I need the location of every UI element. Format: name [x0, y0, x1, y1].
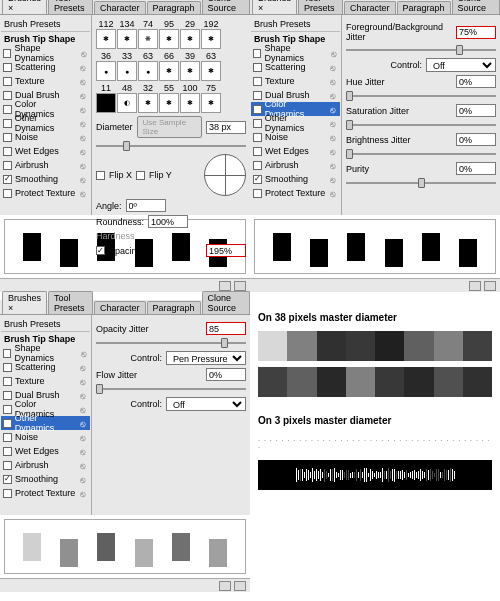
- checkbox[interactable]: [3, 461, 12, 470]
- sidebar-item-other-dynamics[interactable]: Other Dynamics⎋: [1, 116, 90, 130]
- brush-swatch[interactable]: ✱: [159, 29, 179, 49]
- checkbox[interactable]: [3, 133, 12, 142]
- checkbox[interactable]: [3, 391, 12, 400]
- checkbox[interactable]: [3, 405, 12, 414]
- checkbox[interactable]: [3, 363, 12, 372]
- checkbox[interactable]: [253, 189, 262, 198]
- brush-swatch[interactable]: ✱: [201, 29, 221, 49]
- brush-swatch[interactable]: ✱: [159, 61, 179, 81]
- tab-tool-presets[interactable]: Tool Presets: [298, 0, 343, 14]
- checkbox[interactable]: [3, 77, 12, 86]
- opacity-slider[interactable]: [96, 338, 246, 348]
- tab-paragraph[interactable]: Paragraph: [147, 301, 201, 314]
- sidebar-item-other-dynamics[interactable]: Other Dynamics⎋: [1, 416, 90, 430]
- flow-slider[interactable]: [96, 384, 246, 394]
- sidebar-item-protect-texture[interactable]: Protect Texture⎋: [1, 486, 90, 500]
- sidebar-item-wet-edges[interactable]: Wet Edges⎋: [251, 144, 340, 158]
- flipy-checkbox[interactable]: [136, 171, 145, 180]
- pur-slider[interactable]: [346, 178, 496, 188]
- sidebar-item-airbrush[interactable]: Airbrush⎋: [1, 158, 90, 172]
- checkbox[interactable]: [253, 105, 262, 114]
- checkbox[interactable]: [3, 489, 12, 498]
- checkbox[interactable]: [3, 419, 12, 428]
- checkbox[interactable]: ✓: [253, 175, 262, 184]
- brush-swatch[interactable]: ✱: [180, 61, 200, 81]
- sidebar-item-wet-edges[interactable]: Wet Edges⎋: [1, 444, 90, 458]
- tab-clone-source[interactable]: Clone Source: [452, 0, 500, 14]
- trash-icon[interactable]: [234, 281, 246, 291]
- bri-input[interactable]: [456, 133, 496, 146]
- sidebar-item-texture[interactable]: Texture⎋: [1, 74, 90, 88]
- control2-select[interactable]: Off: [166, 397, 246, 411]
- swatches-2[interactable]: ●●●✱✱✱: [96, 61, 246, 81]
- diameter-input[interactable]: [206, 121, 246, 134]
- spacing-checkbox[interactable]: ✓: [96, 246, 105, 255]
- brush-swatch[interactable]: ✱: [96, 29, 116, 49]
- checkbox[interactable]: [3, 377, 12, 386]
- tab-clone-source[interactable]: Clone Source: [202, 291, 250, 314]
- checkbox[interactable]: [253, 77, 262, 86]
- control1-select[interactable]: Pen Pressure: [166, 351, 246, 365]
- checkbox[interactable]: ✓: [3, 175, 12, 184]
- fgbg-slider[interactable]: [346, 45, 496, 55]
- new-icon[interactable]: [219, 281, 231, 291]
- checkbox[interactable]: [3, 119, 12, 128]
- checkbox[interactable]: [3, 49, 11, 58]
- checkbox[interactable]: [3, 63, 12, 72]
- checkbox[interactable]: [253, 133, 262, 142]
- tab-brushes[interactable]: Brushes ×: [2, 0, 47, 14]
- tab-clone-source[interactable]: Clone Source: [202, 0, 250, 14]
- tab-tool-presets[interactable]: Tool Presets: [48, 0, 93, 14]
- sidebar-item-smoothing[interactable]: ✓Smoothing⎋: [251, 172, 340, 186]
- flow-input[interactable]: [206, 368, 246, 381]
- brush-swatch[interactable]: ●: [117, 61, 137, 81]
- hue-slider[interactable]: [346, 91, 496, 101]
- checkbox[interactable]: [253, 119, 262, 128]
- brush-swatch[interactable]: ❋: [138, 29, 158, 49]
- checkbox[interactable]: [3, 147, 12, 156]
- tab-brushes[interactable]: Brushes ×: [2, 291, 47, 314]
- checkbox[interactable]: [3, 105, 12, 114]
- diameter-slider[interactable]: [96, 141, 246, 151]
- brush-swatch[interactable]: ✱: [159, 93, 179, 113]
- brush-presets-header[interactable]: Brush Presets: [1, 17, 90, 32]
- sidebar-item-airbrush[interactable]: Airbrush⎋: [1, 458, 90, 472]
- angle-input[interactable]: [126, 199, 166, 212]
- brush-swatch[interactable]: ●: [96, 61, 116, 81]
- checkbox[interactable]: [3, 349, 11, 358]
- checkbox[interactable]: [253, 49, 261, 58]
- hue-input[interactable]: [456, 75, 496, 88]
- tab-paragraph[interactable]: Paragraph: [397, 1, 451, 14]
- brush-swatch[interactable]: ◐: [117, 93, 137, 113]
- checkbox[interactable]: [3, 189, 12, 198]
- brush-swatch[interactable]: ✱: [138, 93, 158, 113]
- tab-brushes[interactable]: Brushes ×: [252, 0, 297, 14]
- checkbox[interactable]: [253, 63, 262, 72]
- checkbox[interactable]: [253, 147, 262, 156]
- tab-tool-presets[interactable]: Tool Presets: [48, 291, 93, 314]
- brush-swatch[interactable]: ●: [138, 61, 158, 81]
- swatches-1[interactable]: ✱✱❋✱✱✱: [96, 29, 246, 49]
- roundness-input[interactable]: [148, 215, 188, 228]
- checkbox[interactable]: [253, 91, 262, 100]
- spacing-input[interactable]: [206, 244, 246, 257]
- sat-input[interactable]: [456, 104, 496, 117]
- checkbox[interactable]: [253, 161, 262, 170]
- flipx-checkbox[interactable]: [96, 171, 105, 180]
- sidebar-item-shape-dynamics[interactable]: Shape Dynamics⎋: [251, 46, 340, 60]
- use-sample-size-button[interactable]: Use Sample Size: [137, 116, 202, 138]
- pur-input[interactable]: [456, 162, 496, 175]
- bri-slider[interactable]: [346, 149, 496, 159]
- checkbox[interactable]: [3, 161, 12, 170]
- sidebar-item-shape-dynamics[interactable]: Shape Dynamics⎋: [1, 46, 90, 60]
- brush-swatch[interactable]: [96, 93, 116, 113]
- checkbox[interactable]: ✓: [3, 475, 12, 484]
- sidebar-item-smoothing[interactable]: ✓Smoothing⎋: [1, 472, 90, 486]
- checkbox[interactable]: [3, 91, 12, 100]
- opacity-input[interactable]: [206, 322, 246, 335]
- sidebar-item-smoothing[interactable]: ✓Smoothing⎋: [1, 172, 90, 186]
- sat-slider[interactable]: [346, 120, 496, 130]
- brush-swatch[interactable]: ✱: [180, 29, 200, 49]
- tab-paragraph[interactable]: Paragraph: [147, 1, 201, 14]
- brush-swatch[interactable]: ✱: [117, 29, 137, 49]
